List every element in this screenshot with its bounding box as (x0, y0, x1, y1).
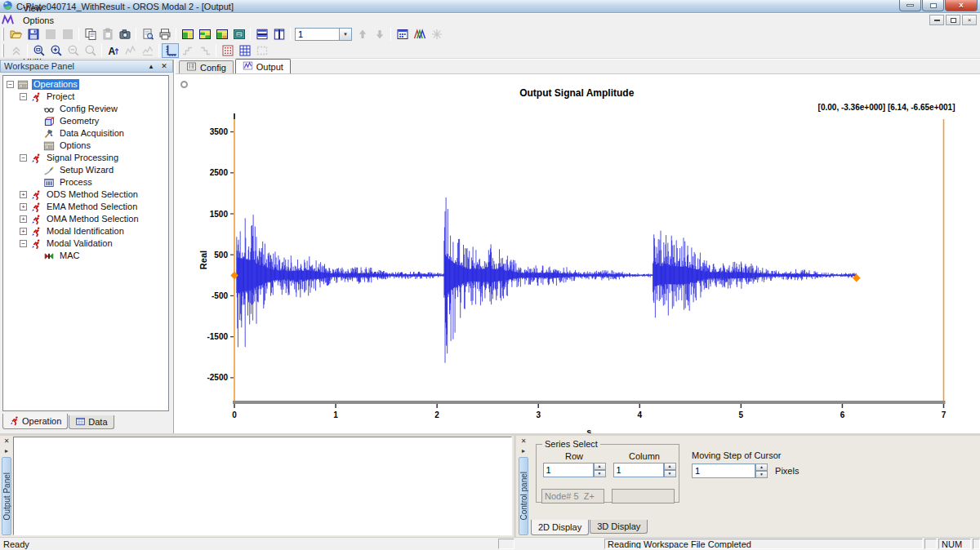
tile-horizontal-button[interactable] (253, 27, 270, 42)
print-button[interactable] (156, 27, 173, 42)
axis-setup-button[interactable] (162, 43, 179, 58)
tree-expander-icon[interactable]: − (7, 81, 14, 88)
tree-item-ods-method-selection[interactable]: +ODS Method Selection (3, 189, 168, 201)
tree-expander-icon[interactable]: − (20, 240, 27, 247)
svg-text:-2500: -2500 (207, 373, 228, 382)
output-tab-icon (243, 60, 253, 73)
refresh-display-button[interactable] (428, 27, 445, 42)
multi-curve-display-button[interactable] (411, 27, 428, 42)
output-signal-chart[interactable]: Output Signal Amplitude[0.00, -3.36e+000… (176, 74, 980, 435)
tree-item-process[interactable]: Process (3, 176, 168, 189)
output-panel-close-icon[interactable]: ✕ (2, 437, 11, 446)
tile-vertical-button[interactable] (270, 27, 287, 42)
tree-item-setup-wizard[interactable]: Setup Wizard (3, 164, 168, 176)
zoom-reset-button[interactable] (82, 43, 99, 58)
tab-output[interactable]: Output (235, 59, 291, 73)
toolbar-grip[interactable] (2, 28, 4, 41)
zoom-out-button[interactable] (65, 43, 82, 58)
row-spin-down-icon[interactable]: ▼ (594, 470, 606, 477)
menu-options[interactable]: Options (16, 14, 69, 26)
toolbar-grip[interactable] (2, 44, 4, 57)
tree-item-oma-method-selection[interactable]: +OMA Method Selection (3, 213, 168, 225)
tree-expander-icon[interactable]: − (20, 93, 27, 100)
page-down-button[interactable] (371, 27, 388, 42)
restore-button[interactable] (922, 0, 944, 11)
moving-step-spin-up-icon[interactable]: ▲ (755, 464, 768, 471)
moving-step-input[interactable] (692, 464, 755, 478)
tab-2d-display[interactable]: 2D Display (531, 520, 589, 535)
output-panel-strip: ✕ ▸ Output Panel (0, 436, 13, 537)
tree-expander-icon[interactable]: − (20, 154, 27, 162)
print-preview-button[interactable] (139, 27, 156, 42)
column-input[interactable] (613, 463, 664, 477)
save-result-button[interactable] (59, 27, 76, 42)
tree-item-project[interactable]: −Project (3, 91, 168, 103)
row-input[interactable] (543, 463, 594, 477)
tree-item-signal-processing[interactable]: −Signal Processing (3, 152, 168, 164)
tree-item-geometry[interactable]: Geometry (3, 115, 168, 127)
menu-view[interactable]: View (16, 2, 69, 14)
close-panel-icon[interactable]: ✕ (159, 61, 169, 71)
tree-item-data-acquisition[interactable]: Data Acquisition (3, 127, 168, 140)
page-selector-input[interactable] (295, 28, 340, 41)
copy-button[interactable] (82, 27, 99, 42)
font-scale-button[interactable]: A (105, 43, 122, 58)
close-button[interactable]: × (945, 0, 978, 11)
zoom-in-button[interactable] (47, 43, 65, 58)
row-spin-up-icon[interactable]: ▲ (594, 463, 606, 470)
pin-panel-icon[interactable]: ▴ (146, 61, 156, 71)
toolbar-separator (176, 28, 176, 41)
zoom-window-button[interactable] (30, 43, 47, 58)
tree-item-options[interactable]: Options (3, 140, 168, 152)
save-file-button[interactable] (24, 27, 42, 42)
autoscale-y-button[interactable] (139, 43, 156, 58)
svg-text:7: 7 (942, 410, 947, 419)
menu-bar: FileEditViewOptionsOperationWindowHelp × (0, 14, 980, 26)
tree-item-operations[interactable]: −Operations (3, 78, 168, 91)
page-up-button[interactable] (354, 27, 371, 42)
open-result-button[interactable] (42, 27, 59, 42)
child-restore-button[interactable] (946, 15, 960, 25)
child-close-button[interactable]: × (962, 15, 977, 25)
window-layout-quad-button[interactable] (213, 27, 230, 42)
window-layout-split-button[interactable] (196, 27, 213, 42)
column-spin-down-icon[interactable]: ▼ (664, 470, 676, 477)
control-panel-close-icon[interactable]: ✕ (519, 437, 528, 446)
tree-item-modal-validation[interactable]: −Modal Validation (3, 237, 168, 250)
window-cascade-button[interactable] (230, 27, 247, 42)
tree-expander-icon[interactable]: + (20, 228, 27, 235)
snapshot-button[interactable] (116, 27, 133, 42)
output-panel-expand-icon[interactable]: ▸ (2, 446, 11, 455)
grid-points-button[interactable] (219, 43, 236, 58)
autoscale-x-button[interactable] (122, 43, 139, 58)
tree-expander-icon[interactable]: + (20, 215, 27, 223)
tree-item-config-review[interactable]: Config Review (3, 103, 168, 115)
cursor-previous-button[interactable] (179, 43, 196, 58)
x-axis-label: s (586, 427, 591, 433)
open-file-button[interactable] (7, 27, 24, 42)
column-spin-up-icon[interactable]: ▲ (664, 463, 676, 470)
tree-item-mac[interactable]: MAC (3, 250, 168, 262)
tree-item-ema-method-selection[interactable]: +EMA Method Selection (3, 201, 168, 213)
page-selector-dropdown-icon[interactable]: ▼ (340, 28, 352, 41)
window-layout-single-button[interactable] (179, 27, 196, 42)
tab-data[interactable]: Data (69, 415, 114, 429)
paste-button[interactable] (99, 27, 116, 42)
child-minimize-button[interactable] (929, 15, 944, 25)
tree-expander-icon[interactable]: + (20, 191, 27, 198)
moving-step-spin-down-icon[interactable]: ▼ (755, 471, 768, 478)
control-panel-expand-icon[interactable]: ▸ (519, 446, 528, 455)
minimize-button[interactable] (899, 0, 921, 11)
tab-3d-display[interactable]: 3D Display (590, 520, 648, 534)
grid-lines-button[interactable] (236, 43, 253, 58)
tree-expander-icon[interactable]: + (20, 203, 27, 211)
tab-config[interactable]: Config (179, 60, 234, 73)
cursor-next-button[interactable] (196, 43, 213, 58)
selection-box-button[interactable] (253, 43, 270, 58)
vertical-splitter[interactable] (514, 436, 516, 537)
tree-item-modal-identification[interactable]: +Modal Identification (3, 225, 168, 237)
overlay-display-button[interactable] (394, 27, 411, 42)
glasses-icon (43, 104, 56, 115)
collapse-toolbar-button[interactable] (7, 43, 24, 58)
tab-operation[interactable]: Operation (2, 414, 68, 429)
